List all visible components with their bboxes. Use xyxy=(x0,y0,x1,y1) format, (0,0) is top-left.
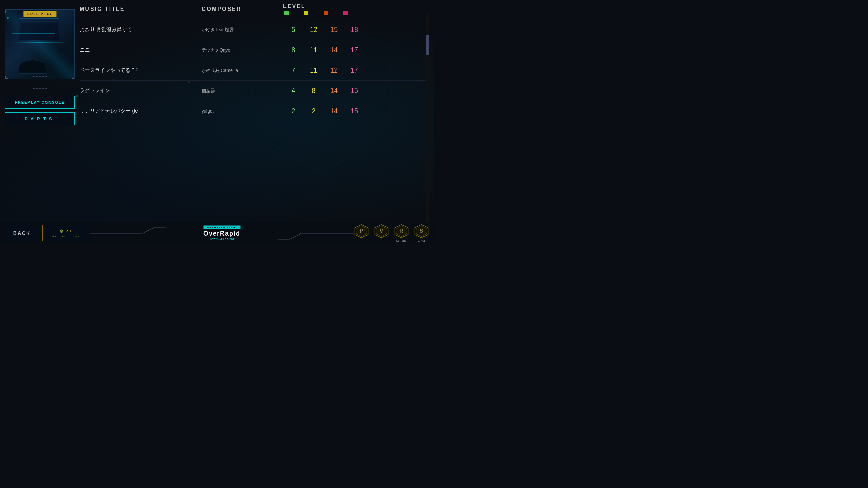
level-pink: 15 xyxy=(344,107,364,115)
song-levels: 221415 xyxy=(283,107,429,115)
col-composer-header: COMPOSER xyxy=(202,6,283,12)
level-green: 5 xyxy=(283,26,303,34)
badge-letter: S xyxy=(420,228,423,234)
level-green: 2 xyxy=(283,107,303,115)
level-orange: 12 xyxy=(324,66,344,74)
renderer-badge: RENDERER INFO. xyxy=(203,226,240,229)
corner-tl xyxy=(5,10,8,13)
song-row[interactable]: ラグトレイン稲葉曇481415 xyxy=(80,81,429,101)
bottom-bar: BACK ✾ R.C RATING CLASS RENDERER INFO. O… xyxy=(0,222,434,244)
back-button[interactable]: BACK xyxy=(5,225,39,241)
parts-label: P.A.R.T.S. xyxy=(25,116,55,121)
badge-hex: S xyxy=(414,224,429,239)
level-orange: 14 xyxy=(324,87,344,95)
scrollbar-thumb[interactable] xyxy=(426,35,429,55)
left-panel: FREE PLAY xyxy=(5,3,75,125)
hard-dot xyxy=(324,11,328,15)
rating-icon: ✾ xyxy=(60,229,64,234)
level-color-indicators xyxy=(283,11,348,15)
badge-hex: V xyxy=(374,224,389,239)
song-composer: 稲葉曇 xyxy=(202,88,283,94)
dot-indicator2 xyxy=(76,95,78,97)
score-badge-r: R 1480368 xyxy=(394,224,409,243)
level-yellow: 2 xyxy=(303,107,324,115)
rc-label: R.C xyxy=(65,229,72,233)
badge-score: 0 xyxy=(380,239,382,243)
level-pink: 15 xyxy=(344,87,364,95)
level-yellow: 12 xyxy=(303,26,324,34)
song-row[interactable]: よさり 月蛍澄み昇りてかゆき feat.燈露5121518 xyxy=(80,20,429,40)
level-yellow: 11 xyxy=(303,66,324,74)
song-row[interactable]: ベースラインやってる？ｷかめりあ(Camellia7111217 xyxy=(80,60,429,81)
col-level-header: LEVEL xyxy=(283,3,429,15)
extreme-dot xyxy=(343,11,348,15)
level-pink: 17 xyxy=(344,46,364,54)
score-badges: P 0 V 0 R 1480368 xyxy=(354,224,429,243)
badge-letter: R xyxy=(399,228,403,234)
badge-score: 0 xyxy=(360,239,362,243)
song-row[interactable]: リナリアとテレパシー (feyuigot221415 xyxy=(80,101,429,121)
back-label: BACK xyxy=(13,230,31,236)
song-levels: 7111217 xyxy=(283,66,429,74)
level-yellow: 8 xyxy=(303,87,324,95)
song-composer: かめりあ(Camellia xyxy=(202,67,283,74)
dot-indicator xyxy=(7,17,9,19)
badge-letter: V xyxy=(380,228,383,234)
normal-dot xyxy=(304,11,308,15)
rc-subtitle: RATING CLASS xyxy=(52,235,80,238)
col-music-title-header: MUSIC TITLE xyxy=(80,6,202,12)
freeplay-console-label: FREEPLAY CONSOLE xyxy=(15,100,65,104)
song-title: よさり 月蛍澄み昇りて xyxy=(80,26,202,33)
level-orange: 14 xyxy=(324,46,344,54)
badge-hex: R xyxy=(394,224,409,239)
song-title: リナリアとテレパシー (fe xyxy=(80,108,202,114)
parts-button[interactable]: P.A.R.T.S. xyxy=(5,112,75,125)
song-levels: 8111417 xyxy=(283,46,429,54)
free-play-badge: FREE PLAY xyxy=(23,11,56,17)
level-yellow: 11 xyxy=(303,46,324,54)
song-composer: かゆき feat.燈露 xyxy=(202,27,283,33)
badge-hex: P xyxy=(354,224,369,239)
song-levels: 481415 xyxy=(283,87,429,95)
song-title: ラグトレイン xyxy=(80,87,202,94)
song-row[interactable]: ニニテヅカ x Qayo8111417 xyxy=(80,40,429,60)
song-composer: yuigot xyxy=(202,108,283,114)
song-levels: 5121518 xyxy=(283,26,429,34)
badge-score: 4024 xyxy=(418,239,425,243)
badge-score: 1480368 xyxy=(395,239,407,243)
level-green: 4 xyxy=(283,87,303,95)
rc-top: ✾ R.C xyxy=(60,229,72,234)
score-badge-v: V 0 xyxy=(374,224,389,243)
table-header: MUSIC TITLE COMPOSER LEVEL xyxy=(80,3,429,18)
corner-tr xyxy=(72,10,74,13)
freeplay-console-button[interactable]: FREEPLAY CONSOLE xyxy=(5,96,75,109)
level-orange: 15 xyxy=(324,26,344,34)
game-title: OverRapid xyxy=(203,230,240,237)
level-label: LEVEL xyxy=(283,3,306,9)
mid-dot xyxy=(188,81,190,83)
rating-class-button[interactable]: ✾ R.C RATING CLASS xyxy=(42,225,90,241)
song-title: ニニ xyxy=(80,47,202,53)
score-badge-s: S 4024 xyxy=(414,224,429,243)
bottom-dots xyxy=(5,76,74,77)
easy-dot xyxy=(284,11,289,15)
scrollbar-track[interactable] xyxy=(426,14,429,222)
svg-line-6 xyxy=(290,233,301,239)
level-orange: 14 xyxy=(324,107,344,115)
score-badge-p: P 0 xyxy=(354,224,369,243)
level-green: 7 xyxy=(283,66,303,74)
song-composer: テヅカ x Qayo xyxy=(202,47,283,53)
game-subtitle: Team ArcStar xyxy=(203,237,240,241)
level-pink: 18 xyxy=(344,26,364,34)
song-title: ベースラインやってる？ｷ xyxy=(80,67,202,74)
album-art xyxy=(5,9,75,79)
song-list: よさり 月蛍澄み昇りてかゆき feat.燈露5121518ニニテヅカ x Qay… xyxy=(80,20,429,121)
level-green: 8 xyxy=(283,46,303,54)
svg-line-3 xyxy=(143,227,155,233)
badge-letter: P xyxy=(360,228,363,234)
main-content: MUSIC TITLE COMPOSER LEVEL よさり 月蛍澄み昇りてかゆ… xyxy=(80,3,429,222)
level-pink: 17 xyxy=(344,66,364,74)
